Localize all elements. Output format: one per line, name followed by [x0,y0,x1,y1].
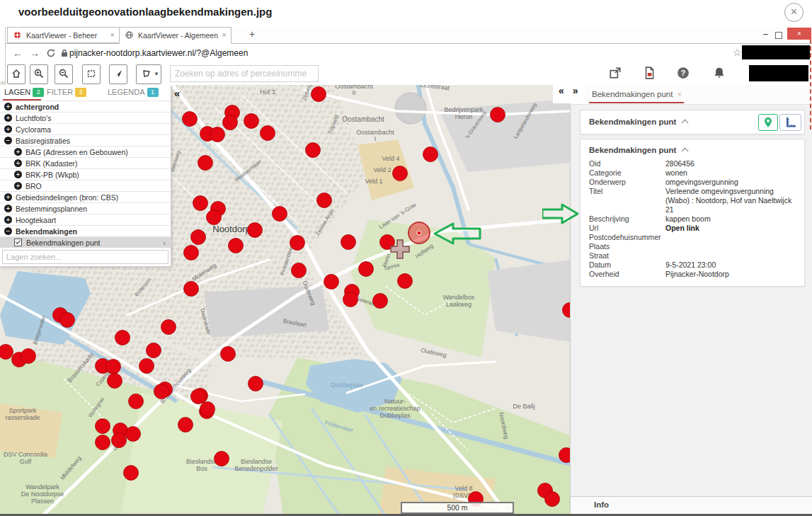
announcement-marker[interactable] [343,292,358,307]
announcement-marker[interactable] [191,230,206,245]
help-icon[interactable]: ? [677,67,690,79]
selected-announcement-marker[interactable] [408,222,430,243]
announcement-marker[interactable] [306,143,321,158]
layer-item[interactable]: +Bestemmingsplannen [0,202,171,214]
announcement-marker[interactable] [108,374,122,389]
announcement-marker[interactable] [244,114,259,129]
announcement-marker[interactable] [359,262,374,277]
expand-icon[interactable]: + [4,216,12,224]
announcement-marker[interactable] [60,313,75,328]
zoom-in-button[interactable] [30,64,48,84]
announcement-marker[interactable] [115,331,130,345]
expand-icon[interactable]: + [4,114,12,122]
collapse-icon[interactable]: − [4,137,12,144]
reload-icon[interactable] [46,48,56,58]
layer-checkbox[interactable] [14,239,22,246]
announcement-marker[interactable] [96,419,110,434]
layer-item[interactable]: +BRK (Kadaster) [0,157,171,168]
tab-lagen[interactable]: LAGEN2 [4,88,44,97]
layer-item[interactable]: +BAG (Adressen en Gebouwen) [0,146,171,157]
url-text[interactable]: pijnacker-nootdorp.kaartviewer.nl/?@Alge… [69,48,248,58]
announcement-marker[interactable] [317,193,332,208]
tab-legenda[interactable]: LEGENDA1 [108,88,159,97]
announcement-marker[interactable] [200,402,215,417]
announcement-marker[interactable] [248,377,263,391]
bell-icon[interactable] [713,67,726,79]
measure-button[interactable] [779,114,801,131]
announcement-marker[interactable] [96,435,110,450]
announcement-marker[interactable] [229,239,244,253]
extent-button[interactable] [82,64,101,84]
announcement-marker[interactable] [193,196,208,211]
zoom-to-feature-button[interactable] [758,114,778,131]
layer-item[interactable]: +Cyclorama [0,123,171,134]
new-tab-button[interactable]: + [246,28,258,40]
announcement-marker[interactable] [147,343,161,358]
layer-item[interactable]: +BRO [0,180,171,191]
announcement-marker[interactable] [292,263,307,278]
announcement-marker[interactable] [341,235,356,250]
layer-item[interactable]: −Basisregistraties [0,134,171,146]
back-icon[interactable]: ← [13,47,23,59]
layer-item[interactable]: +Hoogtekaart [0,214,171,225]
expand-icon[interactable]: + [4,103,12,110]
window-restore-button[interactable] [775,32,782,39]
announcement-marker[interactable] [129,394,144,409]
collapse-icon[interactable]: − [4,227,12,235]
announcement-marker[interactable] [324,275,339,289]
announcement-marker[interactable] [261,126,275,141]
announcement-marker[interactable] [423,147,438,162]
announcement-marker[interactable] [210,127,225,142]
announcement-marker[interactable] [178,418,193,432]
zoom-out-button[interactable] [55,64,73,84]
announcement-marker[interactable] [221,347,236,362]
panel-collapse-left-button[interactable]: « [559,85,564,96]
announcement-marker[interactable] [545,492,560,507]
announcement-marker[interactable] [184,246,199,260]
home-button[interactable] [7,64,25,84]
announcement-marker[interactable] [106,360,121,374]
sidebar-collapse-button[interactable]: « [174,87,180,99]
pdf-icon[interactable] [643,67,656,79]
select-tool-button[interactable]: ▼ [136,64,161,84]
announcement-marker[interactable] [311,87,326,102]
announcement-marker[interactable] [198,156,213,171]
bookmark-star-icon[interactable]: ☆ [733,47,742,58]
expand-icon[interactable]: + [14,171,22,178]
browser-tab-beheer[interactable]: KaartViewer - Beheer × [7,27,120,43]
expand-icon[interactable]: + [4,205,12,212]
announcement-marker[interactable] [0,345,13,360]
announcement-marker[interactable] [273,207,287,222]
share-icon[interactable] [609,67,622,79]
announcement-marker[interactable] [126,427,141,442]
expand-icon[interactable]: + [14,182,22,190]
announcement-marker[interactable] [491,108,505,122]
announcement-marker[interactable] [207,210,222,225]
feature-header-title[interactable]: Bekendmakingen punt [589,117,687,126]
browser-tab-algemeen[interactable]: KaartViewer - Algemeen × [119,27,231,44]
announcement-marker[interactable] [223,115,238,130]
announcement-marker[interactable] [139,359,154,374]
expand-icon[interactable]: + [14,159,22,167]
announcement-marker[interactable] [373,294,388,309]
announcement-marker[interactable] [112,433,127,448]
announcement-marker[interactable] [398,274,413,289]
tab-filter[interactable]: FILTER3 [47,88,86,97]
announcement-marker[interactable] [191,389,206,404]
address-search-input[interactable] [170,65,319,82]
announcement-marker[interactable] [393,166,408,181]
layer-item[interactable]: −Bekendmakingen [0,225,171,236]
layer-item[interactable]: +Luchtfoto's [0,112,171,123]
announcement-marker[interactable] [21,349,36,364]
announcement-marker[interactable] [124,466,139,481]
feature-section-title[interactable]: Bekendmakingen punt [581,144,804,159]
layer-item[interactable]: +Gebiedsindelingen (bron: CBS) [0,191,171,202]
expand-icon[interactable]: + [4,193,12,201]
expand-icon[interactable]: + [4,125,12,133]
announcement-marker[interactable] [184,282,199,297]
expand-icon[interactable]: + [14,148,22,156]
tab-close-icon[interactable]: × [222,30,227,39]
layer-search-input[interactable] [2,250,168,264]
panel-collapse-right-button[interactable]: » [573,85,578,96]
tab-close-icon[interactable]: × [110,30,115,39]
